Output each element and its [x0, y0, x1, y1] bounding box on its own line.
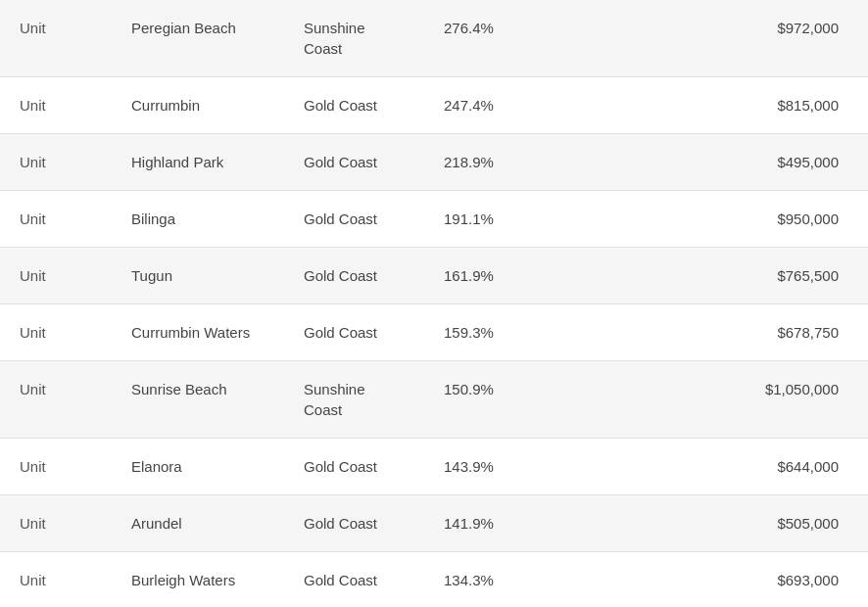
median-price: $972,000: [692, 0, 868, 77]
region: Gold Coast: [284, 77, 424, 134]
median-price: $1,050,000: [692, 361, 868, 439]
empty-col: [581, 248, 692, 304]
empty-col: [581, 439, 692, 495]
growth-percent: 191.1%: [424, 191, 581, 248]
region: Sunshine Coast: [284, 0, 424, 77]
growth-percent: 161.9%: [424, 248, 581, 304]
suburb: Bilinga: [112, 191, 284, 248]
suburb: Sunrise Beach: [112, 361, 284, 439]
region: Gold Coast: [284, 495, 424, 552]
empty-col: [581, 495, 692, 552]
property-type: Unit: [0, 552, 112, 608]
region: Gold Coast: [284, 552, 424, 608]
median-price: $678,750: [692, 304, 868, 361]
empty-col: [581, 191, 692, 248]
empty-col: [581, 134, 692, 191]
table-row: Unit Currumbin Waters Gold Coast 159.3% …: [0, 304, 868, 361]
region: Gold Coast: [284, 134, 424, 191]
region: Gold Coast: [284, 248, 424, 304]
median-price: $644,000: [692, 439, 868, 495]
growth-percent: 143.9%: [424, 439, 581, 495]
suburb: Currumbin Waters: [112, 304, 284, 361]
table-row: Unit Sunrise Beach Sunshine Coast 150.9%…: [0, 361, 868, 439]
median-price: $693,000: [692, 552, 868, 608]
median-price: $505,000: [692, 495, 868, 552]
table-row: Unit Arundel Gold Coast 141.9% $505,000: [0, 495, 868, 552]
empty-col: [581, 552, 692, 608]
empty-col: [581, 304, 692, 361]
table-row: Unit Burleigh Waters Gold Coast 134.3% $…: [0, 552, 868, 608]
table-row: Unit Tugun Gold Coast 161.9% $765,500: [0, 248, 868, 304]
property-type: Unit: [0, 304, 112, 361]
growth-percent: 247.4%: [424, 77, 581, 134]
median-price: $815,000: [692, 77, 868, 134]
property-type: Unit: [0, 248, 112, 304]
property-type: Unit: [0, 191, 112, 248]
property-type: Unit: [0, 439, 112, 495]
growth-percent: 134.3%: [424, 552, 581, 608]
growth-percent: 218.9%: [424, 134, 581, 191]
growth-percent: 159.3%: [424, 304, 581, 361]
property-type: Unit: [0, 134, 112, 191]
region: Gold Coast: [284, 304, 424, 361]
suburb: Currumbin: [112, 77, 284, 134]
table-row: Unit Highland Park Gold Coast 218.9% $49…: [0, 134, 868, 191]
region: Sunshine Coast: [284, 361, 424, 439]
median-price: $495,000: [692, 134, 868, 191]
suburb: Tugun: [112, 248, 284, 304]
suburb: Arundel: [112, 495, 284, 552]
region: Gold Coast: [284, 191, 424, 248]
data-table: Unit Peregian Beach Sunshine Coast 276.4…: [0, 0, 868, 607]
table-row: Unit Bilinga Gold Coast 191.1% $950,000: [0, 191, 868, 248]
suburb: Peregian Beach: [112, 0, 284, 77]
property-type: Unit: [0, 0, 112, 77]
growth-percent: 141.9%: [424, 495, 581, 552]
table-row: Unit Currumbin Gold Coast 247.4% $815,00…: [0, 77, 868, 134]
property-type: Unit: [0, 495, 112, 552]
property-type: Unit: [0, 361, 112, 439]
region: Gold Coast: [284, 439, 424, 495]
suburb: Elanora: [112, 439, 284, 495]
empty-col: [581, 0, 692, 77]
table-row: Unit Elanora Gold Coast 143.9% $644,000: [0, 439, 868, 495]
growth-percent: 150.9%: [424, 361, 581, 439]
empty-col: [581, 361, 692, 439]
growth-percent: 276.4%: [424, 0, 581, 77]
suburb: Burleigh Waters: [112, 552, 284, 608]
empty-col: [581, 77, 692, 134]
table-row: Unit Peregian Beach Sunshine Coast 276.4…: [0, 0, 868, 77]
median-price: $765,500: [692, 248, 868, 304]
property-type: Unit: [0, 77, 112, 134]
suburb: Highland Park: [112, 134, 284, 191]
median-price: $950,000: [692, 191, 868, 248]
